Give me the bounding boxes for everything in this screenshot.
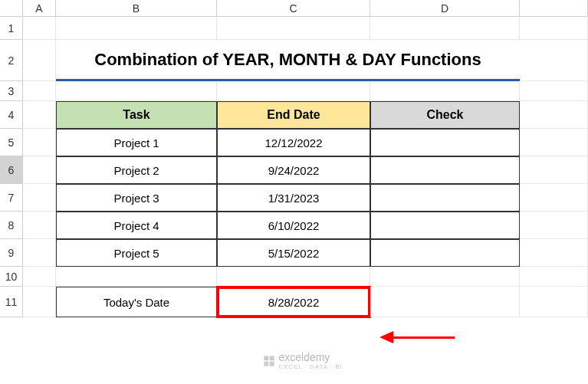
cell-a7[interactable] (23, 184, 56, 212)
cell-b3[interactable] (56, 81, 217, 101)
col-header-c[interactable]: C (217, 0, 370, 17)
cell-d11[interactable] (370, 287, 520, 317)
cell-a8[interactable] (23, 212, 56, 239)
table-row[interactable]: 5/15/2022 (217, 239, 370, 267)
todays-date-value[interactable]: 8/28/2022 (217, 287, 370, 317)
table-row[interactable]: 6/10/2022 (217, 212, 370, 239)
watermark: exceldemy EXCEL · DATA · BI (263, 351, 343, 370)
row-header-9[interactable]: 9 (0, 239, 23, 267)
page-title[interactable]: Combination of YEAR, MONTH & DAY Functio… (56, 40, 520, 81)
cell-a9[interactable] (23, 239, 56, 267)
arrow-line-icon (393, 336, 455, 339)
table-row[interactable]: 12/12/2022 (217, 129, 370, 156)
todays-date-label[interactable]: Today's Date (56, 287, 217, 317)
row-header-7[interactable]: 7 (0, 184, 23, 212)
watermark-name: exceldemy (278, 351, 343, 363)
cell-d3[interactable] (370, 81, 520, 101)
cell-e10 (520, 267, 588, 287)
cell-a4[interactable] (23, 101, 56, 129)
cell-d1[interactable] (370, 17, 520, 40)
row-header-6[interactable]: 6 (0, 156, 23, 184)
table-row[interactable]: 9/24/2022 (217, 156, 370, 184)
arrow-annotation (379, 331, 455, 343)
arrow-head-icon (379, 331, 393, 343)
cell-e8 (520, 212, 588, 239)
table-header-check[interactable]: Check (370, 101, 520, 129)
table-row[interactable] (370, 184, 520, 212)
row-header-1[interactable]: 1 (0, 17, 23, 40)
cell-e6 (520, 156, 588, 184)
cell-e4 (520, 101, 588, 129)
row-header-11[interactable]: 11 (0, 287, 23, 317)
cell-d10[interactable] (370, 267, 520, 287)
watermark-icon (263, 355, 275, 367)
cell-a1[interactable] (23, 17, 56, 40)
table-header-task[interactable]: Task (56, 101, 217, 129)
row-header-4[interactable]: 4 (0, 101, 23, 129)
table-row[interactable]: Project 3 (56, 184, 217, 212)
col-header-d[interactable]: D (370, 0, 520, 17)
table-row[interactable] (370, 156, 520, 184)
svg-rect-2 (264, 361, 269, 366)
col-header-a[interactable]: A (23, 0, 56, 17)
table-row[interactable] (370, 212, 520, 239)
cell-e1 (520, 17, 588, 40)
table-row[interactable]: Project 5 (56, 239, 217, 267)
cell-a11[interactable] (23, 287, 56, 317)
row-header-8[interactable]: 8 (0, 212, 23, 239)
cell-b10[interactable] (56, 267, 217, 287)
row-header-2[interactable]: 2 (0, 40, 23, 81)
cell-b1[interactable] (56, 17, 217, 40)
cell-a6[interactable] (23, 156, 56, 184)
table-row[interactable] (370, 129, 520, 156)
cell-c10[interactable] (217, 267, 370, 287)
cell-e5 (520, 129, 588, 156)
cell-e11 (520, 287, 588, 317)
cell-e7 (520, 184, 588, 212)
table-row[interactable]: Project 2 (56, 156, 217, 184)
table-header-enddate[interactable]: End Date (217, 101, 370, 129)
table-row[interactable] (370, 239, 520, 267)
row-header-5[interactable]: 5 (0, 129, 23, 156)
cell-e2 (520, 40, 588, 81)
table-row[interactable]: Project 1 (56, 129, 217, 156)
cell-a2[interactable] (23, 40, 56, 81)
watermark-sub: EXCEL · DATA · BI (278, 363, 343, 370)
select-all-corner[interactable] (0, 0, 23, 17)
cell-a5[interactable] (23, 129, 56, 156)
cell-a10[interactable] (23, 267, 56, 287)
cell-e3 (520, 81, 588, 101)
cell-c1[interactable] (217, 17, 370, 40)
cell-e9 (520, 239, 588, 267)
svg-rect-1 (270, 356, 274, 360)
col-header-b[interactable]: B (56, 0, 217, 17)
table-row[interactable]: Project 4 (56, 212, 217, 239)
cell-a3[interactable] (23, 81, 56, 101)
cell-c3[interactable] (217, 81, 370, 101)
row-header-10[interactable]: 10 (0, 267, 23, 287)
row-header-3[interactable]: 3 (0, 81, 23, 101)
col-header-blank (520, 0, 588, 17)
table-row[interactable]: 1/31/2023 (217, 184, 370, 212)
svg-rect-0 (264, 356, 269, 360)
svg-rect-3 (270, 361, 274, 366)
spreadsheet-grid: A B C D 1 2 Combination of YEAR, MONTH &… (0, 0, 588, 317)
